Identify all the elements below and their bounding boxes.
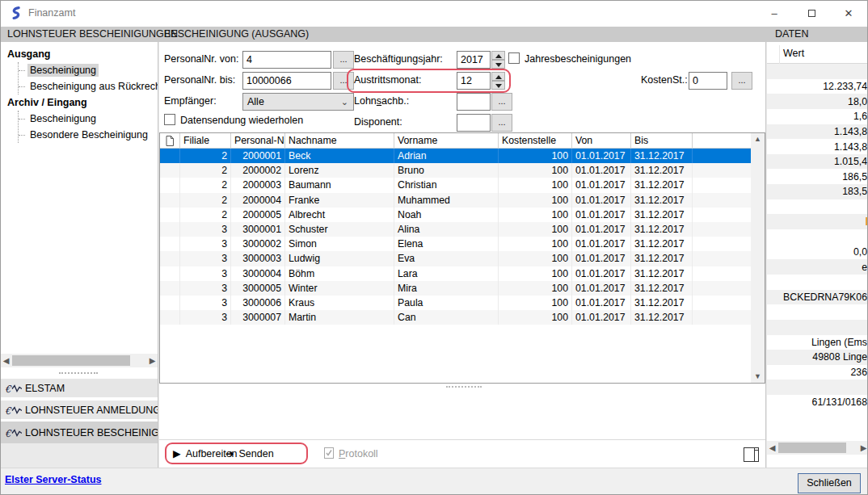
table-row[interactable]: 33000004BöhmLara10001.01.201731.12.2017: [160, 266, 765, 281]
daten-row[interactable]: e: [767, 259, 868, 275]
table-vertical-scrollbar[interactable]: ▲ ▼: [751, 133, 765, 383]
daten-row[interactable]: [767, 410, 868, 426]
daten-row[interactable]: [767, 214, 868, 229]
nav-item-lohnsteuer-bescheinigung[interactable]: € LOHNSTEUER BESCHEINIGUNG: [1, 422, 158, 443]
table-row[interactable]: 22000005AlbrechtNoah10001.01.201731.12.2…: [160, 208, 765, 222]
table-row[interactable]: 22000002LorenzBruno10001.01.201731.12.20…: [160, 163, 765, 178]
daten-row[interactable]: 1.143,8: [767, 124, 868, 140]
scroll-left-icon[interactable]: ◀: [1, 354, 11, 367]
daten-row[interactable]: 12.233,74: [767, 79, 868, 94]
tree-item-bescheinigung-rueckrechnung[interactable]: Bescheinigung aus Rückrechnung: [19, 78, 158, 94]
tree-item-bescheinigung-ausgang[interactable]: Bescheinigung: [19, 62, 158, 78]
table-row[interactable]: 33000002SimonElena10001.01.201731.12.201…: [160, 237, 765, 251]
tree-scrollbar-thumb[interactable]: [12, 355, 130, 366]
daten-row[interactable]: 49808 Linge: [767, 350, 868, 365]
column-header-bis[interactable]: Bis: [631, 133, 693, 148]
tree-group-archiv-eingang[interactable]: Archiv / Eingang: [6, 94, 158, 111]
table-row[interactable]: 33000003LudwigEva10001.01.201731.12.2017: [160, 251, 765, 266]
protokoll-button[interactable]: Protokoll: [324, 447, 378, 459]
austrittsmonat-spinner[interactable]: [491, 72, 505, 90]
daten-row[interactable]: 61/131/0168: [767, 395, 868, 410]
close-window-button[interactable]: ✕: [830, 1, 867, 27]
daten-row[interactable]: [767, 380, 868, 395]
table-row[interactable]: 33000006KrausPaula10001.01.201731.12.201…: [160, 296, 765, 310]
daten-scrollbar-thumb[interactable]: [778, 443, 846, 453]
nav-item-lohnsteuer-anmeldungen[interactable]: € LOHNSTEUER ANMELDUNGEN: [1, 401, 158, 419]
daten-row[interactable]: 186,5: [767, 169, 868, 184]
daten-row[interactable]: [767, 304, 868, 320]
scroll-left-icon[interactable]: ◀: [767, 441, 777, 455]
jahresbescheinigungen-checkbox[interactable]: [508, 52, 520, 64]
personalnr-von-browse-button[interactable]: ...: [333, 51, 354, 69]
senden-button[interactable]: ➔Senden: [225, 447, 274, 459]
tree-item-besondere-bescheinigung[interactable]: Besondere Bescheinigung: [19, 127, 158, 143]
scroll-up-icon[interactable]: ▲: [751, 133, 765, 145]
lohnsachb-browse-button[interactable]: ...: [491, 93, 512, 111]
kostenst-browse-button[interactable]: ...: [731, 72, 752, 90]
beschaeftigungsjahr-input[interactable]: [457, 51, 491, 69]
daten-row[interactable]: [767, 425, 868, 440]
scroll-right-icon[interactable]: ▶: [858, 441, 868, 455]
spin-up-icon[interactable]: [491, 72, 505, 81]
datensendung-checkbox[interactable]: [164, 114, 175, 125]
cell-nachname: Winter: [285, 281, 394, 296]
table-row[interactable]: 33000007MartinCan10001.01.201731.12.2017: [160, 310, 765, 325]
empfaenger-dropdown[interactable]: Alle ⌄: [242, 93, 354, 111]
wert-column-header[interactable]: Wert: [783, 48, 804, 59]
daten-row[interactable]: [767, 64, 868, 79]
lohnsachb-input[interactable]: [457, 93, 491, 111]
daten-row[interactable]: 183,5: [767, 184, 868, 199]
arrow-right-icon: ➔: [225, 447, 234, 459]
column-header-von[interactable]: Von: [572, 133, 631, 148]
table-row[interactable]: 33000005WinterMira10001.01.201731.12.201…: [160, 281, 765, 296]
daten-row[interactable]: BCKEDRNA79K06: [767, 290, 868, 305]
daten-row[interactable]: 1.143,8: [767, 139, 868, 154]
disponent-input[interactable]: [457, 114, 491, 132]
tree-group-ausgang[interactable]: Ausgang: [6, 46, 158, 62]
daten-row[interactable]: 236: [767, 365, 868, 380]
column-header-filiale[interactable]: Filiale: [180, 133, 231, 148]
austrittsmonat-input[interactable]: [457, 72, 491, 90]
daten-row[interactable]: 18,0: [767, 94, 868, 109]
schliessen-button[interactable]: Schließen: [798, 473, 861, 493]
daten-row[interactable]: [767, 229, 868, 245]
layout-panel-icon[interactable]: [744, 447, 759, 462]
nav-item-elstam[interactable]: € ELSTAM: [1, 379, 158, 397]
daten-row[interactable]: [767, 275, 868, 290]
column-header-kostenstelle[interactable]: Kostenstelle: [499, 133, 572, 148]
column-header-vorname[interactable]: Vorname: [394, 133, 499, 148]
daten-row[interactable]: 1.015,4: [767, 154, 868, 170]
scroll-down-icon[interactable]: ▼: [751, 371, 765, 383]
daten-row[interactable]: [767, 320, 868, 335]
table-row[interactable]: 22000004FrankeMuhammed10001.01.201731.12…: [160, 193, 765, 208]
personalnr-bis-input[interactable]: [242, 72, 331, 90]
table-row[interactable]: 33000001SchusterAlina10001.01.201731.12.…: [160, 222, 765, 237]
spin-down-icon[interactable]: [491, 81, 505, 90]
daten-horizontal-scrollbar[interactable]: ◀ ▶: [767, 441, 868, 455]
kostenst-input[interactable]: [689, 72, 727, 90]
column-header-personal-nr[interactable]: Personal-Nr.: [231, 133, 285, 148]
daten-row[interactable]: Lingen (Ems: [767, 335, 868, 350]
main-section-title: BESCHEINIGUNG (AUSGANG): [164, 28, 309, 40]
column-header-nachname[interactable]: Nachname: [285, 133, 394, 148]
personalnr-von-input[interactable]: [242, 51, 331, 69]
table-row[interactable]: 22000003BaumannChristian10001.01.201731.…: [160, 178, 765, 192]
personalnr-bis-browse-button[interactable]: ...: [333, 72, 354, 90]
daten-row[interactable]: 0,0: [767, 245, 868, 260]
maximize-button[interactable]: [793, 1, 830, 27]
minimize-button[interactable]: –: [756, 1, 793, 27]
daten-row[interactable]: [767, 199, 868, 215]
spin-down-icon[interactable]: [491, 60, 505, 69]
cell-kst: 100: [499, 237, 572, 251]
disponent-browse-button[interactable]: ...: [491, 114, 512, 132]
main-splitter-handle[interactable]: [446, 386, 482, 388]
spin-up-icon[interactable]: [491, 51, 505, 60]
scroll-right-icon[interactable]: ▶: [147, 354, 158, 367]
tree-item-bescheinigung-eingang[interactable]: Bescheinigung: [19, 111, 158, 127]
elster-server-status-link[interactable]: Elster Server-Status: [5, 474, 102, 485]
tree-horizontal-scrollbar[interactable]: ◀ ▶: [1, 354, 158, 367]
table-row[interactable]: 22000001BeckAdrian10001.01.201731.12.201…: [160, 149, 765, 163]
left-splitter-handle[interactable]: [59, 372, 98, 374]
beschaeftigungsjahr-spinner[interactable]: [491, 51, 505, 69]
daten-row[interactable]: 1,6: [767, 109, 868, 124]
